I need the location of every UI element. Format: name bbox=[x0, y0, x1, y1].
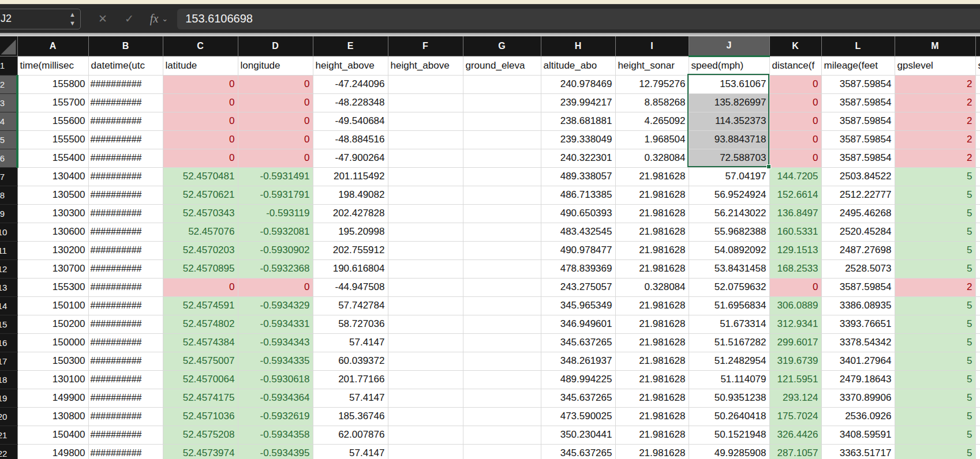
cell-N12[interactable] bbox=[975, 259, 980, 278]
cell-D12[interactable]: -0.5932368 bbox=[238, 259, 313, 278]
row-header-18[interactable]: 18 bbox=[0, 370, 17, 389]
cell-L14[interactable]: 3386.08935 bbox=[821, 296, 895, 315]
spinner-up-icon[interactable]: ▲ bbox=[69, 10, 76, 19]
cell-N7[interactable] bbox=[975, 167, 980, 186]
cell-I3[interactable]: 8.858268 bbox=[615, 93, 689, 112]
cell-F22[interactable] bbox=[388, 444, 463, 459]
cell-G16[interactable] bbox=[463, 333, 541, 352]
cell-E2[interactable]: -47.244096 bbox=[313, 75, 388, 93]
cell-B8[interactable]: ########## bbox=[88, 186, 163, 204]
cell-J14[interactable]: 51.6956834 bbox=[689, 296, 769, 315]
cell-L4[interactable]: 3587.59854 bbox=[821, 112, 895, 130]
row-header-19[interactable]: 19 bbox=[0, 389, 17, 407]
cell-D11[interactable]: -0.5930902 bbox=[238, 241, 313, 259]
cell-M15[interactable]: 5 bbox=[895, 315, 975, 333]
cell-I1[interactable]: height_sonar bbox=[615, 56, 689, 75]
cell-K7[interactable]: 144.7205 bbox=[769, 167, 821, 186]
cell-A15[interactable]: 150200 bbox=[17, 315, 88, 333]
cell-B10[interactable]: ########## bbox=[88, 223, 163, 241]
cell-H12[interactable]: 478.839369 bbox=[541, 259, 615, 278]
cell-J11[interactable]: 54.0892092 bbox=[689, 241, 769, 259]
cell-A19[interactable]: 149900 bbox=[17, 389, 88, 407]
cell-B21[interactable]: ########## bbox=[88, 426, 163, 444]
cell-B11[interactable]: ########## bbox=[88, 241, 163, 259]
cell-N16[interactable] bbox=[975, 333, 980, 352]
cell-A11[interactable]: 130200 bbox=[17, 241, 88, 259]
cell-L22[interactable]: 3363.51717 bbox=[821, 444, 895, 459]
spinner-down-icon[interactable]: ▼ bbox=[69, 19, 76, 28]
cell-D16[interactable]: -0.5934343 bbox=[238, 333, 313, 352]
row-header-4[interactable]: 4 bbox=[0, 112, 17, 130]
row-header-10[interactable]: 10 bbox=[0, 223, 17, 241]
cell-F6[interactable] bbox=[388, 149, 463, 167]
cell-G2[interactable] bbox=[463, 75, 541, 93]
select-all-corner[interactable] bbox=[0, 36, 17, 56]
cell-I11[interactable]: 21.981628 bbox=[615, 241, 689, 259]
cell-A10[interactable]: 130600 bbox=[17, 223, 88, 241]
cell-E22[interactable]: 57.4147 bbox=[313, 444, 388, 459]
cell-G5[interactable] bbox=[463, 130, 541, 149]
cell-D5[interactable]: 0 bbox=[238, 130, 313, 149]
cell-D17[interactable]: -0.5934335 bbox=[238, 352, 313, 370]
cell-D8[interactable]: -0.5931791 bbox=[238, 186, 313, 204]
cell-J7[interactable]: 57.04197 bbox=[689, 167, 769, 186]
cell-E1[interactable]: height_above bbox=[313, 56, 388, 75]
cell-N15[interactable] bbox=[975, 315, 980, 333]
cell-A7[interactable]: 130400 bbox=[17, 167, 88, 186]
cell-E5[interactable]: -48.884516 bbox=[313, 130, 388, 149]
cell-L8[interactable]: 2512.22777 bbox=[821, 186, 895, 204]
cell-C4[interactable]: 0 bbox=[163, 112, 238, 130]
cell-G15[interactable] bbox=[463, 315, 541, 333]
cell-C20[interactable]: 52.4571036 bbox=[163, 407, 238, 426]
cell-N14[interactable] bbox=[975, 296, 980, 315]
cell-F16[interactable] bbox=[388, 333, 463, 352]
cell-L9[interactable]: 2495.46268 bbox=[821, 204, 895, 223]
row-header-1[interactable]: 1 bbox=[0, 56, 17, 75]
cell-L2[interactable]: 3587.59854 bbox=[821, 75, 895, 93]
cell-C12[interactable]: 52.4570895 bbox=[163, 259, 238, 278]
cell-E16[interactable]: 57.4147 bbox=[313, 333, 388, 352]
cell-E3[interactable]: -48.228348 bbox=[313, 93, 388, 112]
cell-G10[interactable] bbox=[463, 223, 541, 241]
cell-J6[interactable]: 72.588703 bbox=[689, 149, 769, 167]
cell-L12[interactable]: 2528.5073 bbox=[821, 259, 895, 278]
cell-F19[interactable] bbox=[388, 389, 463, 407]
cell-I14[interactable]: 21.981628 bbox=[615, 296, 689, 315]
row-header-14[interactable]: 14 bbox=[0, 296, 17, 315]
cell-K14[interactable]: 306.0889 bbox=[769, 296, 821, 315]
cell-K9[interactable]: 136.8497 bbox=[769, 204, 821, 223]
cell-A12[interactable]: 130700 bbox=[17, 259, 88, 278]
cell-N2[interactable] bbox=[975, 75, 980, 93]
cell-L19[interactable]: 3370.89906 bbox=[821, 389, 895, 407]
cell-I18[interactable]: 21.981628 bbox=[615, 370, 689, 389]
row-header-11[interactable]: 11 bbox=[0, 241, 17, 259]
cell-F13[interactable] bbox=[388, 278, 463, 296]
cell-H13[interactable]: 243.275057 bbox=[541, 278, 615, 296]
cell-N1[interactable]: s bbox=[975, 56, 980, 75]
cell-N18[interactable] bbox=[975, 370, 980, 389]
cell-C15[interactable]: 52.4574802 bbox=[163, 315, 238, 333]
cell-M9[interactable]: 5 bbox=[895, 204, 975, 223]
cell-C13[interactable]: 0 bbox=[163, 278, 238, 296]
cell-C22[interactable]: 52.4573974 bbox=[163, 444, 238, 459]
row-header-9[interactable]: 9 bbox=[0, 204, 17, 223]
cell-F15[interactable] bbox=[388, 315, 463, 333]
cell-M5[interactable]: 2 bbox=[895, 130, 975, 149]
cell-D9[interactable]: -0.593119 bbox=[238, 204, 313, 223]
cell-B20[interactable]: ########## bbox=[88, 407, 163, 426]
cell-J5[interactable]: 93.8843718 bbox=[689, 130, 769, 149]
cell-K4[interactable]: 0 bbox=[769, 112, 821, 130]
fill-handle[interactable] bbox=[766, 164, 771, 169]
cell-K22[interactable]: 287.1057 bbox=[769, 444, 821, 459]
col-header-L[interactable]: L bbox=[821, 36, 895, 56]
cell-B19[interactable]: ########## bbox=[88, 389, 163, 407]
cell-C3[interactable]: 0 bbox=[163, 93, 238, 112]
cell-J15[interactable]: 51.673314 bbox=[689, 315, 769, 333]
cell-C5[interactable]: 0 bbox=[163, 130, 238, 149]
cell-L3[interactable]: 3587.59854 bbox=[821, 93, 895, 112]
row-header-13[interactable]: 13 bbox=[0, 278, 17, 296]
cell-N9[interactable] bbox=[975, 204, 980, 223]
cell-G21[interactable] bbox=[463, 426, 541, 444]
cell-K17[interactable]: 319.6739 bbox=[769, 352, 821, 370]
cell-H3[interactable]: 239.994217 bbox=[541, 93, 615, 112]
